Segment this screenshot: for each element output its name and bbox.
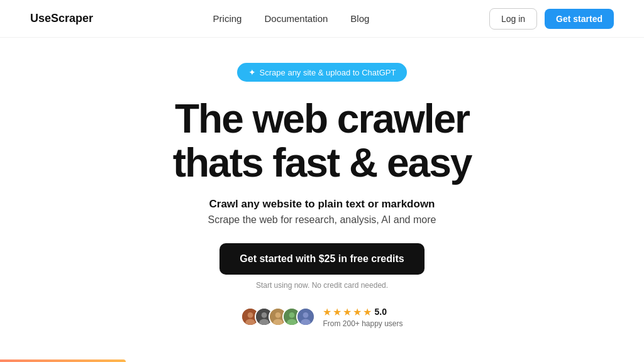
rating-users-text: From 200+ happy users	[323, 319, 402, 328]
cta-subtext: Start using now. No credit card needed.	[256, 281, 388, 290]
star-3: ★	[343, 306, 352, 318]
rating-section: ★ ★ ★ ★ ★ 5.0 From 200+ happy users	[323, 306, 402, 328]
nav-link-blog[interactable]: Blog	[350, 13, 369, 24]
svg-point-1	[248, 312, 253, 318]
svg-point-4	[262, 312, 267, 318]
avatar-group	[241, 307, 315, 326]
social-proof: ★ ★ ★ ★ ★ 5.0 From 200+ happy users	[241, 306, 402, 328]
rating-line: ★ ★ ★ ★ ★ 5.0	[323, 306, 386, 318]
badge-text: Scrape any site & upload to ChatGPT	[260, 68, 396, 77]
nav-links: Pricing Documentation Blog	[213, 13, 370, 24]
nav-actions: Log in Get started	[489, 8, 614, 30]
nav-link-pricing[interactable]: Pricing	[213, 13, 242, 24]
logo[interactable]: UseScraper	[30, 12, 93, 25]
bottom-decorative-bar	[0, 359, 126, 362]
hero-subtitle: Scrape the web for research, analysis, A…	[208, 214, 436, 226]
star-5: ★	[363, 306, 372, 318]
star-2: ★	[333, 306, 341, 318]
login-button[interactable]: Log in	[489, 8, 537, 30]
badge-icon: ✦	[248, 67, 256, 77]
hero-title: The web crawler thats fast & easy	[173, 97, 472, 185]
navbar: UseScraper Pricing Documentation Blog Lo…	[0, 0, 644, 38]
cta-button[interactable]: Get started with $25 in free credits	[219, 243, 424, 275]
star-1: ★	[323, 306, 331, 318]
get-started-nav-button[interactable]: Get started	[545, 9, 614, 29]
svg-point-10	[289, 312, 295, 318]
hero-title-line2: thats fast & easy	[173, 140, 472, 185]
avatar	[296, 307, 315, 326]
svg-point-7	[275, 312, 281, 318]
star-4: ★	[353, 306, 362, 318]
nav-link-documentation[interactable]: Documentation	[264, 13, 328, 24]
rating-score: 5.0	[374, 307, 386, 317]
hero-section: ✦ Scrape any site & upload to ChatGPT Th…	[0, 38, 644, 328]
hero-badge[interactable]: ✦ Scrape any site & upload to ChatGPT	[237, 63, 408, 82]
svg-point-13	[303, 312, 309, 318]
hero-title-line1: The web crawler	[175, 96, 469, 141]
hero-subtitle-strong: Crawl any website to plain text or markd…	[209, 198, 435, 211]
stars: ★ ★ ★ ★ ★	[323, 306, 372, 318]
